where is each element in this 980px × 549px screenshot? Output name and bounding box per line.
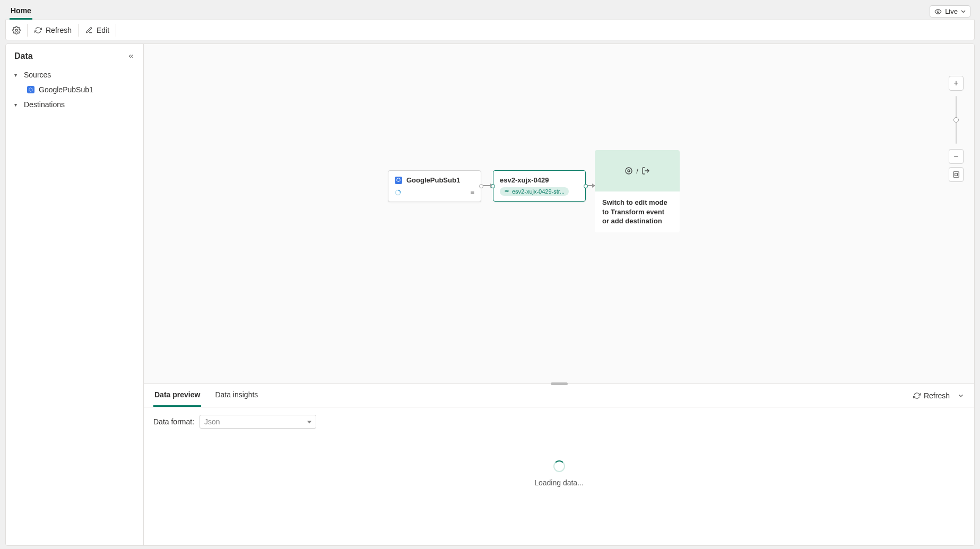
refresh-button[interactable]: Refresh (28, 23, 78, 38)
main-panel: GooglePubSub1 ≡ esv2-xujx-0429 (144, 44, 974, 545)
node2-chip-label: esv2-xujx-0429-str... (512, 188, 565, 195)
data-format-label: Data format: (153, 417, 194, 426)
svg-rect-5 (953, 172, 959, 178)
transform-icon (625, 167, 633, 175)
gear-icon (12, 26, 21, 34)
node3-separator: / (636, 167, 638, 175)
data-format-value: Json (204, 417, 220, 426)
live-mode-button[interactable]: Live (930, 5, 970, 18)
loading-state: Loading data... (153, 460, 965, 487)
top-tabbar: Home Live (5, 3, 975, 20)
eye-icon (934, 8, 942, 15)
svg-rect-6 (955, 173, 958, 176)
edit-button[interactable]: Edit (79, 23, 116, 38)
zoom-in-button[interactable]: + (949, 76, 964, 91)
node1-menu-icon[interactable]: ≡ (470, 188, 474, 196)
node-googlepubsub1[interactable]: GooglePubSub1 ≡ (388, 170, 481, 202)
bottom-refresh-button[interactable]: Refresh (913, 391, 950, 400)
app-root: Home Live Refresh (0, 0, 980, 549)
tree-section-destinations[interactable]: ▾ Destinations (11, 97, 138, 112)
sidebar: Data ▾ Sources GooglePubSub1 ▾ Destinati… (6, 44, 144, 545)
node1-title: GooglePubSub1 (406, 176, 460, 184)
node2-port-in[interactable] (491, 184, 495, 188)
tab-home[interactable]: Home (10, 3, 32, 20)
svg-point-3 (628, 170, 630, 172)
sidebar-header: Data (11, 51, 138, 67)
node1-port-out[interactable] (479, 184, 483, 188)
main-content: Data ▾ Sources GooglePubSub1 ▾ Destinati… (5, 43, 975, 546)
node-placeholder[interactable]: / Switch to edit mode to Transform event… (595, 150, 680, 232)
zoom-slider[interactable] (956, 96, 957, 144)
refresh-icon (34, 26, 42, 34)
chevron-left-double-icon (127, 53, 135, 60)
tree-item-label: GooglePubSub1 (39, 85, 93, 94)
refresh-label: Refresh (46, 26, 72, 34)
top-tabs: Home (10, 3, 32, 20)
edit-label: Edit (97, 26, 109, 34)
zoom-out-button[interactable]: − (949, 149, 964, 164)
stream-icon (504, 189, 509, 194)
data-format-select[interactable]: Json (200, 415, 316, 429)
tree-section-sources-label: Sources (24, 71, 51, 79)
data-format-row: Data format: Json (153, 415, 965, 429)
spinner-icon (553, 460, 565, 472)
fit-view-button[interactable] (949, 167, 964, 182)
bottom-refresh-label: Refresh (924, 391, 950, 400)
tab-data-insights-label: Data insights (215, 390, 258, 399)
tree-section-destinations-label: Destinations (24, 100, 65, 109)
bottom-panel: Data preview Data insights Refresh (144, 384, 974, 545)
tree-item-googlepubsub1[interactable]: GooglePubSub1 (11, 82, 138, 97)
pubsub-icon (27, 86, 34, 93)
tree-section-sources[interactable]: ▾ Sources (11, 67, 138, 82)
live-mode-label: Live (945, 7, 958, 15)
tab-home-label: Home (11, 6, 31, 15)
edit-icon (85, 26, 93, 34)
chevron-down-icon: ▾ (14, 102, 21, 108)
canvas-controls: + − (949, 76, 964, 185)
panel-resize-handle[interactable] (551, 382, 568, 385)
pubsub-icon (395, 177, 402, 184)
node3-header: / (595, 150, 680, 191)
svg-point-0 (937, 11, 939, 13)
node3-message: Switch to edit mode to Transform event o… (595, 191, 680, 232)
node-esv2[interactable]: esv2-xujx-0429 esv2-xujx-0429-str... (493, 170, 586, 202)
sidebar-title: Data (14, 51, 33, 61)
tab-data-preview-label: Data preview (154, 390, 200, 399)
zoom-slider-thumb[interactable] (953, 117, 959, 123)
toolbar-separator-3 (116, 24, 116, 37)
node2-stream-chip[interactable]: esv2-xujx-0429-str... (500, 187, 569, 196)
bottom-panel-body: Data format: Json Loading data... (144, 407, 974, 545)
collapse-panel-button[interactable] (957, 392, 965, 399)
chevron-down-icon (961, 9, 966, 14)
svg-point-4 (626, 168, 632, 174)
tab-data-preview[interactable]: Data preview (153, 384, 201, 407)
tab-data-insights[interactable]: Data insights (214, 384, 259, 407)
settings-button[interactable] (6, 23, 27, 38)
loading-label: Loading data... (534, 478, 584, 487)
node2-title: esv2-xujx-0429 (500, 176, 579, 184)
toolbar: Refresh Edit (5, 20, 975, 40)
collapse-sidebar-button[interactable] (127, 53, 135, 60)
node2-port-out[interactable] (584, 184, 588, 188)
svg-point-1 (15, 29, 18, 31)
chevron-down-icon: ▾ (14, 72, 21, 78)
fit-icon (952, 171, 960, 178)
refresh-icon (913, 392, 921, 399)
chevron-down-icon (957, 392, 965, 399)
node1-loading-icon (395, 189, 401, 196)
output-icon (641, 167, 650, 175)
bottom-panel-tabs: Data preview Data insights Refresh (144, 384, 974, 407)
canvas[interactable]: GooglePubSub1 ≡ esv2-xujx-0429 (144, 44, 974, 384)
